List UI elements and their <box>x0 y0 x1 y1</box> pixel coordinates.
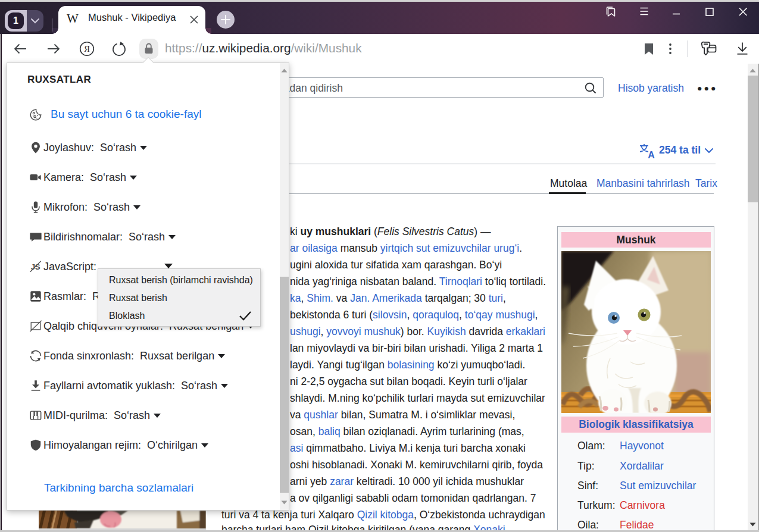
svg-text:A: A <box>648 150 655 159</box>
svg-text:Я: Я <box>84 44 90 54</box>
